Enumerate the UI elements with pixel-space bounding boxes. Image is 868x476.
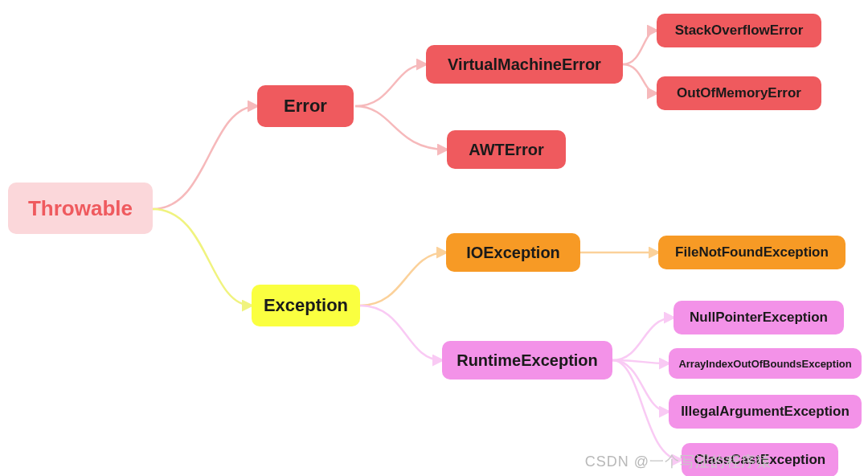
node-label: IOException <box>466 244 560 262</box>
node-vme: VirtualMachineError <box>426 45 623 84</box>
edge-rtex-npe <box>612 318 674 360</box>
edge-exception-rtex <box>360 306 442 360</box>
node-label: StackOverflowError <box>675 23 804 39</box>
edge-throwable-error <box>153 106 257 209</box>
node-label: RuntimeException <box>457 351 598 370</box>
edge-vme-soe <box>623 31 657 64</box>
edge-exception-ioex <box>360 252 446 306</box>
node-oom: OutOfMemoryError <box>657 76 821 110</box>
node-soe: StackOverflowError <box>657 14 821 47</box>
node-label: OutOfMemoryError <box>677 85 801 101</box>
node-awt: AWTError <box>447 130 566 169</box>
node-label: AWTError <box>469 141 543 159</box>
edge-rtex-iae <box>612 360 669 412</box>
node-label: IllegalArgumentException <box>681 404 850 420</box>
node-label: VirtualMachineError <box>448 55 601 74</box>
node-fnf: FileNotFoundException <box>658 236 845 269</box>
node-aioobe: ArrayIndexOutOfBoundsException <box>669 348 862 379</box>
node-label: FileNotFoundException <box>675 244 829 261</box>
node-rtex: RuntimeException <box>442 341 612 380</box>
node-npe: NullPointerException <box>674 301 844 334</box>
node-label: Error <box>284 96 327 117</box>
node-error: Error <box>257 85 354 127</box>
watermark: CSDN @一个写涩的程序猿 <box>585 452 772 471</box>
node-exception: Exception <box>252 285 360 326</box>
node-throwable: Throwable <box>8 183 153 234</box>
node-label: NullPointerException <box>690 310 828 326</box>
node-ioex: IOException <box>446 233 580 272</box>
edge-rtex-aioobe <box>612 360 669 363</box>
node-label: Throwable <box>28 196 133 221</box>
watermark-left: CSDN @ <box>585 453 649 470</box>
node-label: ArrayIndexOutOfBoundsException <box>678 358 851 370</box>
watermark-right: 一个写涩的程序猿 <box>649 453 772 470</box>
edge-throwable-exception <box>153 209 252 306</box>
node-label: Exception <box>264 295 348 316</box>
edge-error-awt <box>355 106 447 150</box>
edge-vme-oom <box>623 64 657 93</box>
node-iae: IllegalArgumentException <box>669 395 862 429</box>
edge-error-vme <box>355 64 426 106</box>
